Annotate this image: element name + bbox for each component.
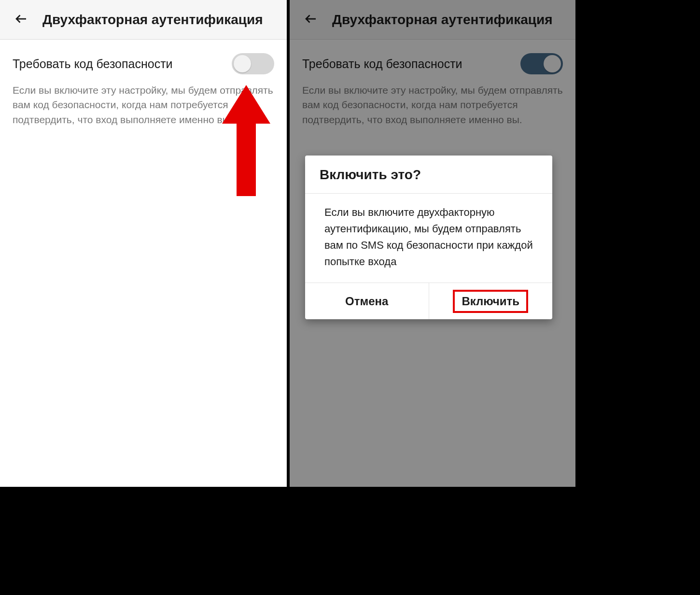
cancel-button[interactable]: Отмена <box>305 283 429 319</box>
toggle-row: Требовать код безопасности <box>0 40 287 83</box>
toggle-label: Требовать код безопасности <box>13 57 173 71</box>
pane-step-1: Двухфакторная аутентификация Требовать к… <box>0 0 288 487</box>
cancel-label: Отмена <box>345 295 388 308</box>
dialog-body: Если вы включите двухфакторную аутентифи… <box>305 194 552 283</box>
page-title: Двухфакторная аутентификация <box>42 12 263 28</box>
arrow-left-icon <box>14 12 28 28</box>
toggle-knob <box>234 55 251 72</box>
require-code-toggle[interactable] <box>232 53 274 74</box>
dialog-title: Включить это? <box>305 156 552 194</box>
app-header: Двухфакторная аутентификация <box>0 0 287 40</box>
dialog-actions: Отмена Включить <box>305 283 552 319</box>
confirm-button[interactable]: Включить <box>429 283 553 319</box>
confirm-label: Включить <box>453 290 528 313</box>
back-button[interactable] <box>10 8 33 31</box>
pane-step-2: Двухфакторная аутентификация Требовать к… <box>288 0 575 487</box>
confirm-dialog: Включить это? Если вы включите двухфакто… <box>305 156 552 319</box>
toggle-description: Если вы включите эту настройку, мы будем… <box>0 83 287 127</box>
